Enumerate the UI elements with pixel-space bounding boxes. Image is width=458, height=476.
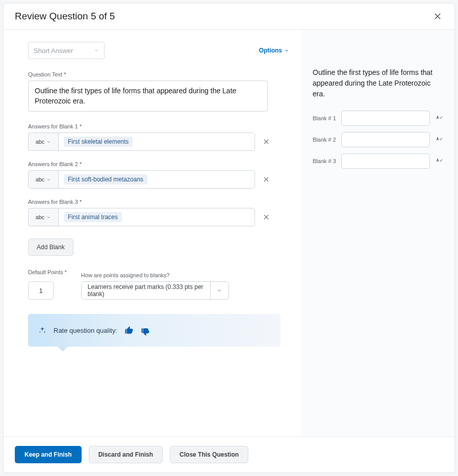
blank-3-label-text: Answers for Blank 3 xyxy=(28,199,78,205)
points-rule-label: How are points assigned to blanks? xyxy=(81,272,229,278)
chevron-down-icon xyxy=(217,288,222,293)
close-icon xyxy=(263,138,270,145)
close-icon xyxy=(263,176,270,183)
modal-header: Review Question 5 of 5 xyxy=(4,4,454,30)
close-icon xyxy=(433,12,442,21)
points-row: Default Points * How are points assigned… xyxy=(28,269,289,300)
blank-2-answer-tag: First soft-bodied metazoans xyxy=(64,174,147,184)
rate-quality-box: Rate question quality: xyxy=(28,314,281,347)
spellcheck-icon xyxy=(436,115,443,122)
required-asterisk: * xyxy=(65,269,67,275)
modal-body: Short Answer Options Question Text * Ans… xyxy=(4,30,454,436)
blank-1-label: Answers for Blank 1 * xyxy=(28,123,289,129)
question-text-label-text: Question Text xyxy=(28,71,62,77)
required-asterisk: * xyxy=(64,71,66,77)
thumbs-down-button[interactable] xyxy=(141,327,150,336)
spellcheck-icon xyxy=(436,136,443,143)
blank-1-block: Answers for Blank 1 * abc First skeletal… xyxy=(28,123,289,151)
preview-blank-3-input[interactable] xyxy=(341,153,430,169)
blank-2-answer-input[interactable]: First soft-bodied metazoans xyxy=(58,170,255,189)
options-label: Options xyxy=(259,47,282,54)
preview-blank-2-label: Blank # 2 xyxy=(313,137,336,143)
blank-1-format-value: abc xyxy=(36,139,45,145)
default-points-group: Default Points * xyxy=(28,269,67,300)
blank-2-format-select[interactable]: abc xyxy=(28,170,58,189)
chevron-down-icon xyxy=(46,177,51,182)
blank-2-label-text: Answers for Blank 2 xyxy=(28,161,78,167)
spellcheck-button-1[interactable] xyxy=(435,114,443,122)
blank-3-answer-row: abc First animal traces xyxy=(28,208,289,226)
sparkle-icon xyxy=(38,326,46,334)
blank-1-answer-input[interactable]: First skeletal elements xyxy=(58,133,255,151)
options-toggle[interactable]: Options xyxy=(259,47,289,54)
default-points-label-text: Default Points xyxy=(28,269,63,275)
preview-blank-3-label: Blank # 3 xyxy=(313,158,336,164)
blank-3-answer-tag: First animal traces xyxy=(64,212,122,222)
add-blank-button[interactable]: Add Blank xyxy=(28,239,73,256)
chevron-down-icon xyxy=(94,48,99,53)
default-points-input[interactable] xyxy=(28,281,54,300)
required-asterisk: * xyxy=(80,123,82,129)
delete-blank-3-button[interactable] xyxy=(261,212,271,222)
delete-blank-1-button[interactable] xyxy=(261,137,271,147)
delete-blank-2-button[interactable] xyxy=(261,174,271,184)
points-rule-arrow xyxy=(210,282,228,299)
close-icon xyxy=(263,214,270,221)
discard-and-finish-button[interactable]: Discard and Finish xyxy=(89,446,163,463)
type-options-row: Short Answer Options xyxy=(28,42,289,59)
close-button[interactable] xyxy=(432,11,443,22)
chevron-down-icon xyxy=(46,215,51,220)
default-points-label: Default Points * xyxy=(28,269,67,275)
spellcheck-button-2[interactable] xyxy=(435,136,443,144)
blank-1-format-select[interactable]: abc xyxy=(28,133,58,151)
preview-blank-2-input[interactable] xyxy=(341,132,430,147)
preview-blank-1-label: Blank # 1 xyxy=(313,115,336,121)
modal-footer: Keep and Finish Discard and Finish Close… xyxy=(4,436,454,472)
spellcheck-icon xyxy=(436,157,443,165)
preview-question-text: Outline the first types of life forms th… xyxy=(313,67,443,99)
blank-2-answer-row: abc First soft-bodied metazoans xyxy=(28,170,289,189)
blank-3-block: Answers for Blank 3 * abc First animal t… xyxy=(28,199,289,226)
blank-2-block: Answers for Blank 2 * abc First soft-bod… xyxy=(28,161,289,189)
close-this-question-button[interactable]: Close This Question xyxy=(170,446,248,463)
preview-blank-3-row: Blank # 3 xyxy=(313,153,443,169)
keep-and-finish-button[interactable]: Keep and Finish xyxy=(15,446,82,463)
preview-blank-1-row: Blank # 1 xyxy=(313,111,443,126)
blank-3-format-value: abc xyxy=(36,214,45,220)
question-text-label: Question Text * xyxy=(28,71,289,77)
blank-3-answer-input[interactable]: First animal traces xyxy=(58,208,255,226)
blank-1-answer-row: abc First skeletal elements xyxy=(28,133,289,151)
preview-pane: Outline the first types of life forms th… xyxy=(301,30,454,436)
question-text-input[interactable] xyxy=(28,81,268,112)
chevron-down-icon xyxy=(284,48,289,53)
preview-blank-2-row: Blank # 2 xyxy=(313,132,443,147)
required-asterisk: * xyxy=(80,199,82,205)
thumbs-up-button[interactable] xyxy=(124,326,134,335)
question-type-select[interactable]: Short Answer xyxy=(28,42,105,59)
modal-title: Review Question 5 of 5 xyxy=(15,11,115,22)
points-rule-value: Learners receive part marks (0.333 pts p… xyxy=(82,283,210,298)
blank-2-format-value: abc xyxy=(36,176,45,182)
blank-2-label: Answers for Blank 2 * xyxy=(28,161,289,167)
editor-pane: Short Answer Options Question Text * Ans… xyxy=(4,30,301,436)
points-rule-group: How are points assigned to blanks? Learn… xyxy=(81,272,229,300)
rate-quality-label: Rate question quality: xyxy=(54,327,117,334)
required-asterisk: * xyxy=(80,161,82,167)
blank-1-answer-tag: First skeletal elements xyxy=(64,137,133,147)
spellcheck-button-3[interactable] xyxy=(435,157,443,165)
review-question-modal: Review Question 5 of 5 Short Answer Opti… xyxy=(3,3,455,473)
blank-1-label-text: Answers for Blank 1 xyxy=(28,123,78,129)
chevron-down-icon xyxy=(46,140,51,144)
question-type-value: Short Answer xyxy=(34,47,73,55)
preview-blank-1-input[interactable] xyxy=(341,111,430,126)
blank-3-format-select[interactable]: abc xyxy=(28,208,58,226)
points-rule-select[interactable]: Learners receive part marks (0.333 pts p… xyxy=(81,281,229,300)
blank-3-label: Answers for Blank 3 * xyxy=(28,199,289,205)
